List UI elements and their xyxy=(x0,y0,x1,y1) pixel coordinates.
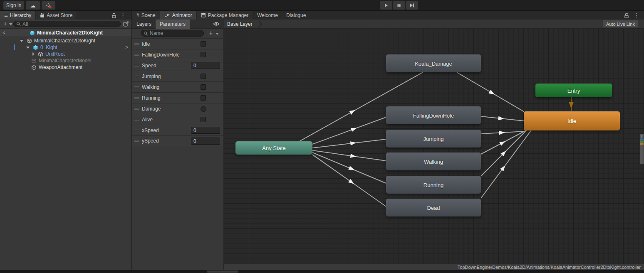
state-label: Running xyxy=(424,182,443,188)
state-node-running[interactable]: Running xyxy=(386,176,481,194)
parameter-checkbox[interactable] xyxy=(201,95,206,101)
pick-object-icon[interactable] xyxy=(123,21,129,27)
drag-handle-icon[interactable] xyxy=(134,76,139,77)
parameter-row-walking[interactable]: Walking xyxy=(132,81,223,92)
transition-any-to-walking[interactable] xyxy=(312,150,386,161)
state-node-idle[interactable]: Idle xyxy=(524,111,620,130)
animator-lock-icon[interactable] xyxy=(624,13,629,18)
parameters-tab[interactable]: Parameters xyxy=(156,20,190,29)
pause-button[interactable] xyxy=(393,1,405,10)
transition-any-to-dead[interactable] xyxy=(312,155,386,207)
status-bar-handle[interactable] xyxy=(207,271,238,273)
parameter-row-idle[interactable]: Idle xyxy=(132,38,223,49)
animator-tab-scene[interactable]: #Scene xyxy=(132,11,160,20)
breadcrumb-chevron-icon xyxy=(258,20,263,28)
lock-icon[interactable] xyxy=(112,13,116,18)
cloud-button[interactable]: ☁ xyxy=(26,1,40,10)
parameter-row-running[interactable]: Running xyxy=(132,92,223,103)
state-machine-graph[interactable]: Any StateKoala_DamageFallingDownHoleJump… xyxy=(224,29,644,270)
parameter-row-alive[interactable]: Alive xyxy=(132,114,223,125)
base-layer-breadcrumb[interactable]: Base Layer xyxy=(227,21,253,27)
layers-tab[interactable]: Layers xyxy=(132,20,156,29)
parameter-row-fallingdownhole[interactable]: FallingDownHole xyxy=(132,49,223,60)
drag-handle-icon[interactable] xyxy=(134,108,139,110)
foldout-open-icon[interactable] xyxy=(20,40,23,42)
state-node-jumping[interactable]: Jumping xyxy=(386,130,481,148)
parameter-checkbox[interactable] xyxy=(201,52,206,57)
play-button[interactable] xyxy=(380,1,392,10)
state-node-any[interactable]: Any State xyxy=(235,141,312,155)
drag-handle-icon[interactable] xyxy=(134,97,139,99)
collab-button[interactable] xyxy=(42,1,55,10)
add-dropdown-arrow-icon[interactable] xyxy=(9,23,12,25)
animator-tab-animator[interactable]: Animator xyxy=(160,11,197,20)
sign-in-button[interactable]: Sign in xyxy=(3,1,24,10)
parameter-row-speed[interactable]: Speed0 xyxy=(132,60,223,71)
parameter-value-field[interactable]: 0 xyxy=(191,138,220,145)
scene-icon: # xyxy=(136,12,139,18)
parameter-trigger-radio[interactable] xyxy=(201,106,206,112)
sliver-strip xyxy=(640,141,644,143)
state-node-walking[interactable]: Walking xyxy=(386,152,481,170)
transition-dead-to-idle[interactable] xyxy=(481,130,532,198)
docked-window-sliver[interactable]: ! xyxy=(640,134,644,164)
add-object-button[interactable]: + xyxy=(3,20,7,27)
hierarchy-search-input[interactable]: All xyxy=(13,21,121,27)
tree-row-minimalcharactermodel[interactable]: MinimalCharacterModel xyxy=(0,57,131,64)
tab-label: Package Manager xyxy=(208,12,248,18)
parameter-checkbox[interactable] xyxy=(201,41,206,47)
drag-handle-icon[interactable] xyxy=(134,130,139,131)
parameter-row-jumping[interactable]: Jumping xyxy=(132,71,223,81)
drag-handle-icon[interactable] xyxy=(134,140,139,142)
drag-handle-icon[interactable] xyxy=(134,86,139,88)
parameter-search-input[interactable]: Name xyxy=(141,30,204,37)
parameter-search-placeholder: Name xyxy=(150,30,163,36)
transition-arrow-icon xyxy=(351,126,358,132)
state-node-dead[interactable]: Dead xyxy=(386,199,481,216)
parameter-checkbox[interactable] xyxy=(201,74,206,79)
state-node-entry[interactable]: Entry xyxy=(535,84,612,97)
state-node-koala_damage[interactable]: Koala_Damage xyxy=(386,54,481,72)
state-node-falling[interactable]: FallingDownHole xyxy=(386,106,481,124)
animator-kebab-menu-icon[interactable]: ⋮ xyxy=(634,12,639,18)
drag-handle-icon[interactable] xyxy=(134,54,139,56)
parameter-row-damage[interactable]: Damage xyxy=(132,103,223,114)
parameter-value-field[interactable]: 0 xyxy=(191,127,220,134)
tree-row-minimalcharacter2dtokight[interactable]: MinimalCharacter2DtoKight xyxy=(0,37,131,44)
animator-icon xyxy=(164,13,170,17)
parameter-checkbox[interactable] xyxy=(201,84,206,90)
hierarchy-breadcrumb-header[interactable]: < MinimalCharacter2DtoKight xyxy=(0,29,131,37)
hierarchy-tab-asset-store[interactable]: Asset Store xyxy=(36,11,77,20)
tree-item-label: WeaponAttachment xyxy=(39,64,82,70)
drag-handle-icon[interactable] xyxy=(134,43,139,45)
animator-tab-package-manager[interactable]: Package Manager xyxy=(197,11,253,20)
kebab-menu-icon[interactable]: ⋮ xyxy=(120,12,126,18)
step-button[interactable] xyxy=(406,1,418,10)
drag-handle-icon[interactable] xyxy=(134,119,139,121)
eye-icon[interactable] xyxy=(213,22,220,26)
auto-live-link-button[interactable]: Auto Live Link xyxy=(603,20,638,27)
hierarchy-tab-hierarchy[interactable]: ☰Hierarchy xyxy=(0,11,36,20)
parameter-value-field[interactable]: 0 xyxy=(191,62,220,69)
drag-handle-icon[interactable] xyxy=(134,65,139,66)
override-indicator xyxy=(14,44,15,50)
add-parameter-button[interactable]: + xyxy=(209,29,213,37)
transition-arrow-icon xyxy=(348,179,355,186)
foldout-open-icon[interactable] xyxy=(26,47,30,49)
animator-tab-dialogue[interactable]: Dialogue xyxy=(282,11,310,20)
tree-item-label: UnitRoot xyxy=(45,51,65,57)
parameter-row-yspeed[interactable]: ySpeed0 xyxy=(132,135,223,146)
prefab-open-chevron[interactable]: > xyxy=(125,44,128,50)
back-chevron[interactable]: < xyxy=(2,30,5,36)
foldout-closed-icon[interactable] xyxy=(32,52,35,56)
parameter-name: Alive xyxy=(142,117,153,123)
add-parameter-dropdown-icon[interactable] xyxy=(215,33,219,35)
tree-row-unitroot[interactable]: UnitRoot xyxy=(0,51,131,57)
layers-label: Layers xyxy=(136,21,151,27)
animator-tab-welcome[interactable]: Welcome xyxy=(253,11,282,20)
parameter-row-xspeed[interactable]: xSpeed0 xyxy=(132,125,223,135)
parameter-checkbox[interactable] xyxy=(201,117,206,122)
tree-row-weaponattachment[interactable]: WeaponAttachment xyxy=(0,64,131,71)
tab-label: Welcome xyxy=(257,12,278,18)
tree-row-0_kight[interactable]: 0_Kight> xyxy=(0,44,131,51)
